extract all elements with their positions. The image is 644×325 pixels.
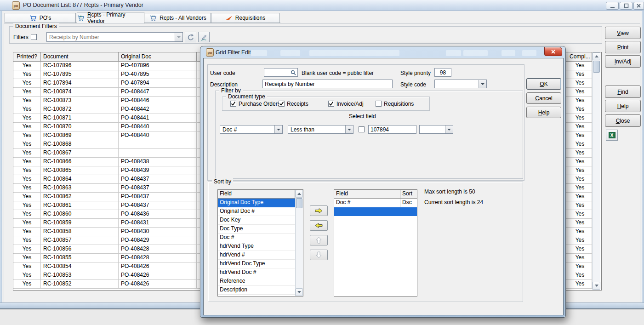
sort-field-item[interactable]: Original Doc Type [218,199,295,207]
doctype-checkbox-label: Requisitions [384,101,414,107]
style-priority-field[interactable]: 98 [434,68,451,77]
filter-operator-combo[interactable]: Less than [288,125,353,134]
description-field[interactable]: Receipts by Number [262,80,393,88]
scroll-up-button[interactable] [593,52,600,60]
tab-requisitions[interactable]: Requisitions [211,13,279,23]
doctype-checkbox[interactable] [230,101,236,107]
move-sort-down-button[interactable] [310,250,328,260]
cell-compl: Yes [568,236,592,245]
inv-adj-button[interactable]: Inv/Adj [605,55,641,68]
cell-document: RC-100861 [41,201,119,210]
sort-field-item[interactable]: Doc Type [218,225,295,234]
dialog-help-button[interactable]: Help [526,107,561,118]
minimize-button[interactable] [606,2,619,10]
doctype-checkbox[interactable] [279,101,285,107]
close-window-button[interactable]: Close [605,114,641,127]
filter-operator-dropdown[interactable] [345,125,353,133]
cell-document: RC-100867 [41,149,119,158]
sort-field-item[interactable]: hdrVend # [218,251,295,260]
chosen-sort-row-selected[interactable] [334,207,417,216]
export-excel-button[interactable]: X [606,130,618,141]
sort-field-item[interactable]: Original Doc # [218,207,295,216]
available-field-header[interactable]: Field [218,190,295,199]
sort-field-item[interactable]: hdrVend Type [218,242,295,251]
scroll-up-button[interactable] [296,190,303,198]
doctype-checkbox-label: Receipts [287,101,308,107]
dialog-icon: po [206,48,214,57]
glass-reflection [522,50,536,56]
tab-pos[interactable]: PO's [5,13,76,23]
cell-printed: Yes [13,114,41,123]
filter-not-checkbox[interactable] [359,126,365,132]
column-header-document[interactable]: Document [41,52,119,62]
chosen-sort-cell: Dsc [400,199,416,207]
grid-filter-edit-dialog: po Grid Filter Edit User code Blank user… [200,46,566,318]
filter-combo-dropdown[interactable] [175,33,182,41]
filter-extra-combo[interactable] [419,125,453,134]
ok-button[interactable]: OK [526,78,561,90]
find-button[interactable]: Find [605,86,641,98]
filter-extra-dropdown[interactable] [445,125,453,133]
cell-printed: Yes [13,97,41,105]
document-filters-group: Document Filters Filters Receipts by Num… [9,26,602,44]
chosen-field-header[interactable]: Field [334,190,400,199]
doctype-checkbox[interactable] [328,101,334,107]
add-sort-field-button[interactable] [310,205,328,216]
filter-select-combo[interactable]: Receipts by Number [46,32,183,42]
cell-compl: Yes [568,201,592,210]
edit-filter-button[interactable] [198,32,210,42]
style-priority-value: 98 [440,69,446,76]
available-list-scrollbar[interactable] [295,190,303,296]
print-button[interactable]: Print [605,41,641,53]
style-code-combo[interactable] [434,80,487,88]
sort-field-item[interactable]: Description [218,286,295,295]
chosen-sort-row[interactable]: Doc #Dsc [334,199,417,207]
cell-original-doc: PO-408440 [119,123,197,131]
move-sort-up-button[interactable] [310,235,328,245]
sort-field-item[interactable]: hdrVend Doc # [218,268,295,277]
cell-document: RC-100862 [41,193,119,201]
scroll-down-button[interactable] [593,282,600,290]
table-vscrollbar[interactable] [592,52,600,290]
filter-by-group: Filter by Document type Purchase OrdersR… [215,91,523,179]
cancel-button[interactable]: Cancel [526,92,561,104]
column-header-compl[interactable]: Compl... [568,52,592,62]
chosen-sort-header[interactable]: Sort [400,190,417,199]
tab-rcpts-primary-vendor[interactable]: Rcpts - Primary Vendor [77,12,144,23]
user-code-field[interactable] [264,68,298,77]
tab-rcpts-all-vendors[interactable]: Rcpts - All Vendors [145,13,211,23]
help-button[interactable]: Help [605,100,641,112]
filter-field-combo[interactable]: Doc # [220,125,283,134]
user-code-lookup-button[interactable] [290,69,297,76]
column-header-original-doc[interactable]: Original Doc [119,52,197,62]
filters-checkbox[interactable] [31,34,37,40]
cell-printed: Yes [13,166,41,175]
close-button[interactable] [633,2,644,10]
cell-compl: Yes [568,114,592,123]
cell-compl: Yes [568,79,592,88]
dialog-close-button[interactable] [544,47,562,56]
chevron-down-icon [277,129,280,131]
sort-field-item[interactable]: Doc # [218,234,295,242]
scroll-thumb[interactable] [593,61,600,73]
doctype-checkbox[interactable] [376,101,382,107]
sort-chosen-listbox: Field Sort Doc #Dsc [334,189,417,296]
cell-original-doc: PO-408426 [119,271,197,280]
filter-field-dropdown[interactable] [274,125,282,133]
filter-value-field[interactable]: 107894 [368,125,416,134]
remove-sort-field-button[interactable] [310,220,328,231]
scroll-down-button[interactable] [296,288,303,296]
sort-field-item[interactable]: Reference [218,277,295,286]
cell-original-doc: PO-408431 [119,219,197,228]
maximize-button[interactable] [620,2,633,10]
sort-field-item[interactable]: hdrVend Doc Type [218,260,295,268]
view-button[interactable]: View [605,27,641,39]
scroll-thumb[interactable] [296,198,302,208]
column-header-printed[interactable]: Printed? [13,52,41,62]
style-code-dropdown[interactable] [479,80,486,88]
sort-field-item[interactable]: Doc Key [218,216,295,225]
refresh-filter-button[interactable] [185,32,196,42]
cell-compl: Yes [568,175,592,184]
app-icon: po [12,1,20,10]
chevron-down-icon [348,129,351,131]
